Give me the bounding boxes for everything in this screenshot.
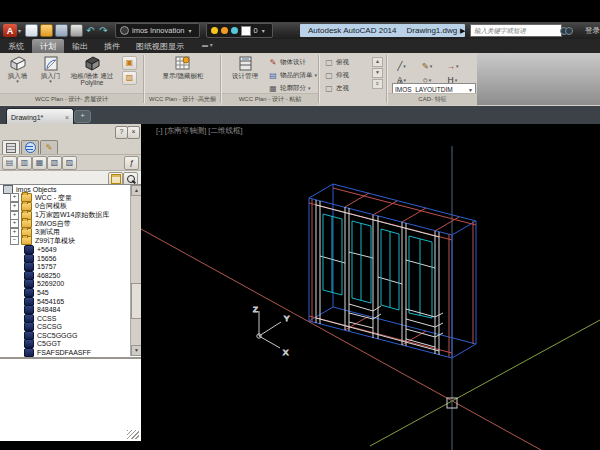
search-binoculars-icon[interactable] [560,27,572,34]
imos-palette: ? × ✎ ▤ ▥ ▦ ▧ ▨ ƒ imos Objects+WCC - 变量+… [0,124,142,441]
view-list-scroll: ▲ ▼ ≡ [372,57,383,89]
new-file-icon[interactable] [25,24,38,37]
layer-on-bulb-icon[interactable] [211,27,218,34]
scroll-menu-icon[interactable]: ≡ [372,79,383,89]
panel-highlight-title[interactable]: WCC Plan - 设计 -高光橱 [145,93,220,105]
layer-lock-icon[interactable] [231,27,238,34]
redo-icon[interactable]: ↷ [97,25,110,36]
wall-option-button-1[interactable]: ▣ [122,56,137,70]
panel-paste-title[interactable]: WCC Plan - 设计 - 粘贴 [222,93,318,105]
left-view-button[interactable]: ▢ 左视 [324,82,349,94]
tab-output[interactable]: 输出 [64,39,96,53]
layer-freeze-sun-icon[interactable] [221,27,228,34]
design-manager-button[interactable]: 设计管理 [227,55,263,93]
palette-tool-4[interactable]: ▧ [47,156,62,170]
palette-tab-catalog[interactable] [21,140,39,154]
tree-item-label: +5649 [37,246,57,253]
tree-item[interactable]: FSAFSDFAASFF [0,348,141,357]
tree-item[interactable]: 848484 [0,305,141,314]
title-bar: A ▾ ↶ ↷ imos Innovation ▾ 0 ▾ Autodesk A… [0,22,600,39]
wall-option-button-2[interactable]: ▨ [122,71,137,85]
ucs-x-label: X [283,348,289,357]
title-expand-arrow-icon[interactable]: ▶ [460,27,465,35]
ribbon-options-caret-icon[interactable]: ▬ ▾ [196,39,219,53]
tree-item-label: 5269200 [37,280,64,287]
order-icon [24,288,34,297]
tree-item[interactable]: CCSS [0,314,141,323]
panel-cad-title[interactable]: CAD- 特征 [388,93,477,105]
tab-system[interactable]: 系统 [0,39,32,53]
open-folder-icon[interactable] [40,24,53,37]
bottom-view-button[interactable]: ▢ 仰视 [324,69,349,81]
list-icon: ▤ [268,71,278,80]
tree-item[interactable]: 468250 [0,271,141,280]
drawing-viewport[interactable]: [-] [东南等轴测] [二维线框] Z Y [141,124,600,450]
file-tab-drawing1[interactable]: Drawing1* × [6,108,74,125]
tree-item-label: CCSS [37,315,56,322]
tab-sheet-view-display[interactable]: 图纸视图显示 [128,39,192,53]
tab-plugins[interactable]: 插件 [96,39,128,53]
order-icon [24,262,34,271]
palette-toolbar: ▤ ▥ ▦ ▧ ▨ ƒ [0,154,141,170]
palette-tool-3[interactable]: ▦ [32,156,47,170]
tree-item-label: 15656 [37,255,56,262]
workspace-switcher[interactable]: imos Innovation ▾ [115,23,200,38]
tree-item[interactable]: C5GGT [0,340,141,349]
palette-tool-5[interactable]: ▨ [62,156,77,170]
window-title: Autodesk AutoCAD 2014 Drawing1.dwg [300,24,465,37]
palette-tool-1[interactable]: ▤ [2,156,17,170]
object-design-button[interactable]: ✎ 物体设计 [268,56,306,68]
undo-icon[interactable]: ↶ [84,25,97,36]
tree-item[interactable]: +5649 [0,245,141,254]
tree-item[interactable]: 5269200 [0,280,141,289]
tree-item-label: 468250 [37,272,60,279]
layer-color-swatch[interactable] [241,26,251,36]
palette-tab-objects[interactable] [2,140,20,154]
logo-caret-icon[interactable]: ▾ [18,27,21,34]
layer-quickbar[interactable]: 0 ▾ [206,23,273,38]
doc-title-text: Drawing1.dwg [407,26,458,35]
ribbon-tab-bar: 系统 计划 输出 插件 图纸视图显示 ▬ ▾ [0,39,600,53]
file-tab-close-icon[interactable]: × [65,114,69,121]
tree-item[interactable]: 15656 [0,254,141,263]
signin-label[interactable]: 登录 [585,26,600,36]
expander-icon[interactable]: − [10,236,19,245]
insert-door-button[interactable]: 插入门 ▾ [35,55,66,93]
plot-icon[interactable] [70,24,83,37]
tree-folder[interactable]: −Z99订单模块 [0,237,141,246]
tree-scrollbar[interactable]: ▲ ▼ [130,185,141,356]
resize-grip[interactable] [127,430,139,439]
tree-item[interactable]: 5454165 [0,297,141,306]
tree-item[interactable]: CSCSG [0,323,141,332]
grid-highlight-icon [175,56,191,71]
autocad-logo-button[interactable]: A [3,24,17,37]
tree-item[interactable]: 545 [0,288,141,297]
floor-wall-polyline-button[interactable]: 地板/墙体 通过 Polyline [67,55,117,93]
signin-person-icon[interactable] [575,25,583,34]
new-drawing-tab-button[interactable]: + [74,110,91,123]
palette-close-button[interactable]: × [127,126,140,139]
fx-button[interactable]: ƒ [124,156,139,170]
ribbon: 插入墙 ▾ 插入门 ▾ 地板/墙体 通过 Polyline [0,53,600,107]
top-view-button[interactable]: ▢ 俯视 [324,56,349,68]
tree-item[interactable]: CSC5GGGG [0,331,141,340]
tree-item-label: 545 [37,289,49,296]
tree-item-label: 848484 [37,306,60,313]
help-search-input[interactable] [470,24,562,37]
scroll-down-icon[interactable]: ▼ [372,68,383,78]
palette-tab-design[interactable]: ✎ [40,140,58,154]
show-hide-cabinets-button[interactable]: 显示/隐藏橱柜 [158,55,208,93]
tree-item-label: C5GGT [37,340,61,347]
panel-house-title[interactable]: WCC Plan - 设计- 房屋设计 [0,93,143,105]
tab-plan[interactable]: 计划 [32,39,64,53]
tree-item-label: FSAFSDFAASFF [37,349,91,356]
scroll-up-icon[interactable]: ▲ [372,57,383,67]
palette-tool-2[interactable]: ▥ [17,156,32,170]
tree-item[interactable]: 15757 [0,262,141,271]
save-icon[interactable] [55,24,68,37]
item-list-button[interactable]: ▤ 物品的清单 ▾ [268,69,317,81]
insert-wall-button[interactable]: 插入墙 ▾ [2,55,33,93]
order-icon [24,348,34,357]
ucs-icon: Z Y X [253,305,290,357]
ribbon-empty-area [477,53,600,105]
